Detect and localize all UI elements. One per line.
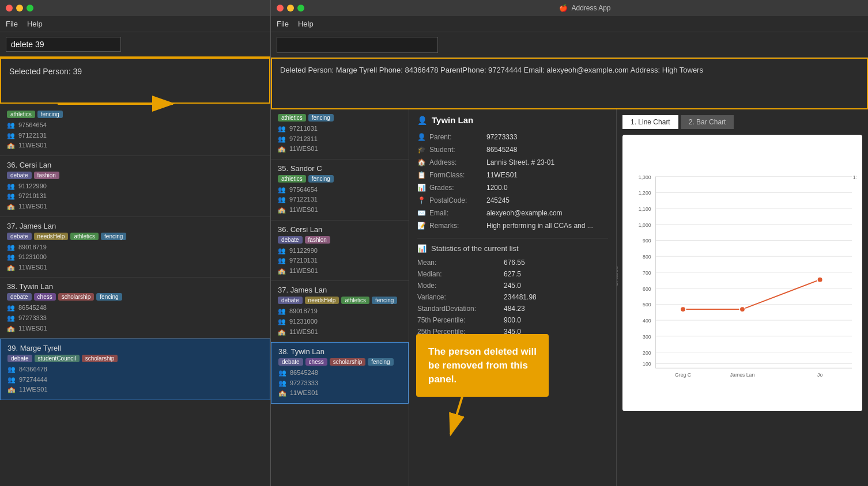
formclass-value: 11WES01 (486, 171, 608, 179)
mode-value: 245.0 (504, 282, 521, 290)
left-person-list[interactable]: athletics fencing 👥97564654 👥97122131 🏫1… (0, 104, 270, 486)
right-menu-bar: File Help (271, 16, 868, 32)
statistics-section: 📊 Statistics of the current list Mean: 6… (417, 238, 608, 347)
selected-person-text: Selected Person: 39 (9, 67, 82, 76)
postalcode-value: 245245 (486, 196, 608, 204)
left-search-bar (0, 32, 270, 58)
address-label: 🏠 Address: (417, 158, 486, 166)
tag-fencing: fencing (101, 233, 126, 240)
svg-text:900: 900 (643, 238, 651, 244)
list-item-selected[interactable]: 39. Marge Tyrell debate studentCouncil s… (0, 339, 270, 400)
middle-person-list[interactable]: athletics fencing 👥97211031 👥97212311 🏫1… (271, 109, 409, 486)
svg-line-38 (451, 397, 462, 434)
person-info: 👥97564654 👥97122131 🏫11WES01 (278, 185, 402, 215)
tag-list: debate chess scholarship fencing (7, 293, 263, 301)
close-button[interactable] (6, 5, 13, 12)
svg-text:Greg C: Greg C (675, 372, 691, 378)
help-menu-right[interactable]: Help (298, 20, 314, 28)
detail-table: 👤 Parent: 97273333 🎓 Student: 86545248 🏠… (417, 133, 608, 230)
stats-row: Variance: 234481.98 (417, 293, 608, 301)
tag-scholarship: scholarship (58, 293, 95, 301)
left-title-bar (0, 0, 270, 16)
svg-point-32 (817, 277, 823, 283)
file-menu[interactable]: File (6, 20, 18, 28)
formclass-label: 📋 FormClass: (417, 171, 486, 179)
close-button-right[interactable] (277, 5, 284, 12)
deleted-person-text: Deleted Person: Marge Tyrell Phone: 8436… (280, 66, 703, 74)
tag-scholarship: scholarship (82, 355, 118, 362)
minimize-button[interactable] (16, 5, 23, 12)
file-menu-right[interactable]: File (277, 20, 289, 28)
median-label: Median: (417, 270, 504, 278)
tag-needsHelp: needsHelp (305, 297, 339, 304)
tag-athletics: athletics (7, 111, 35, 118)
parent-value: 97273333 (486, 133, 608, 141)
search-input[interactable] (6, 37, 121, 52)
list-item[interactable]: 37. James Lan debate needsHelp athletics… (271, 281, 409, 342)
maximize-button[interactable] (27, 5, 33, 12)
grades-value: 1200.0 (486, 184, 608, 192)
postalcode-label: 📍 PostalCode: (417, 196, 486, 204)
svg-text:1,300: 1,300 (639, 174, 651, 180)
chart-svg: 1,300 1,200 1,100 1,000 900 800 700 600 … (628, 141, 856, 400)
list-item[interactable]: 36. Cersi Lan debate fashion 👥91122990 👥… (0, 156, 270, 217)
bar-chart-tab[interactable]: 2. Bar Chart (681, 115, 734, 129)
tag-scholarship: scholarship (330, 358, 366, 366)
person-info: 👥84366478 👥97274444 🏫11WES01 (7, 364, 263, 395)
detail-row: 👤 Parent: 97273333 (417, 133, 608, 141)
tag-fashion: fashion (34, 172, 59, 179)
grades-label: 📊 Grades: (417, 184, 486, 192)
person-info: 👥97211031 👥97212311 🏫11WES01 (278, 124, 402, 154)
line-chart-tab[interactable]: 1. Line Chart (622, 115, 678, 129)
tag-fashion: fashion (305, 236, 330, 244)
tag-list: debate fashion (278, 236, 402, 244)
person-info: 👥91122990 👥97210131 🏫11WES01 (278, 246, 402, 276)
list-item[interactable]: 38. Tywin Lan debate chess scholarship f… (0, 278, 270, 339)
stddev-value: 484.23 (504, 305, 525, 313)
svg-point-30 (680, 306, 686, 312)
person-name: 39. Marge Tyrell (7, 344, 263, 352)
address-value: Lannis Street. # 23-01 (486, 158, 608, 166)
chart-panel: 1. Line Chart 2. Bar Chart Grades (617, 109, 868, 486)
tag-fencing: fencing (308, 114, 334, 122)
detail-header: 👤 Tywin Lan (417, 115, 608, 125)
list-item[interactable]: 37. James Lan debate needsHelp athletics… (0, 217, 270, 278)
list-item-selected[interactable]: 38. Tywin Lan debate chess scholarship f… (271, 342, 409, 404)
maximize-button-right[interactable] (297, 5, 304, 12)
list-item[interactable]: 36. Cersi Lan debate fashion 👥91122990 👥… (271, 221, 409, 282)
person-name: 36. Cersi Lan (7, 161, 263, 169)
right-search-input[interactable] (277, 37, 438, 53)
detail-row: ✉️ Email: alexyeoh@example.com (417, 209, 608, 217)
svg-text:1,100: 1,100 (639, 206, 651, 212)
svg-text:500: 500 (643, 302, 651, 307)
detail-row: 📋 FormClass: 11WES01 (417, 171, 608, 179)
tag-list: debate fashion (7, 172, 263, 179)
line-chart-area: Grades (622, 135, 862, 411)
list-item[interactable]: athletics fencing 👥97211031 👥97212311 🏫1… (271, 109, 409, 160)
person-name: 38. Tywin Lan (7, 282, 263, 291)
variance-value: 234481.98 (504, 293, 537, 301)
stddev-label: StandardDeviation: (417, 305, 504, 313)
annotation-text: The person deleted will be removed from … (428, 346, 537, 385)
detail-row: 📍 PostalCode: 245245 (417, 196, 608, 204)
median-value: 627.5 (504, 270, 521, 278)
parent-label: 👤 Parent: (417, 133, 486, 141)
list-item[interactable]: 35. Sandor C athletics fencing 👥97564654… (271, 160, 409, 221)
person-info: 👥97564654 👥97122131 🏫11WES01 (7, 120, 263, 151)
stats-row: Mean: 676.55 (417, 259, 608, 267)
minimize-button-right[interactable] (287, 5, 294, 12)
svg-text:100: 100 (643, 361, 651, 367)
person-name: 36. Cersi Lan (278, 225, 402, 234)
tag-chess: chess (305, 358, 327, 366)
email-label: ✉️ Email: (417, 209, 486, 217)
person-name: 37. James Lan (278, 286, 402, 294)
stats-title: Statistics of the current list (431, 244, 519, 253)
tag-debate: debate (278, 358, 303, 366)
tag-chess: chess (34, 293, 56, 301)
tag-list: debate needsHelp athletics fencing (7, 233, 263, 240)
stats-row: Median: 627.5 (417, 270, 608, 278)
student-label: 🎓 Student: (417, 146, 486, 154)
person-icon: 👤 (417, 116, 427, 125)
tag-needsHelp: needsHelp (34, 233, 69, 240)
help-menu[interactable]: Help (27, 20, 43, 28)
